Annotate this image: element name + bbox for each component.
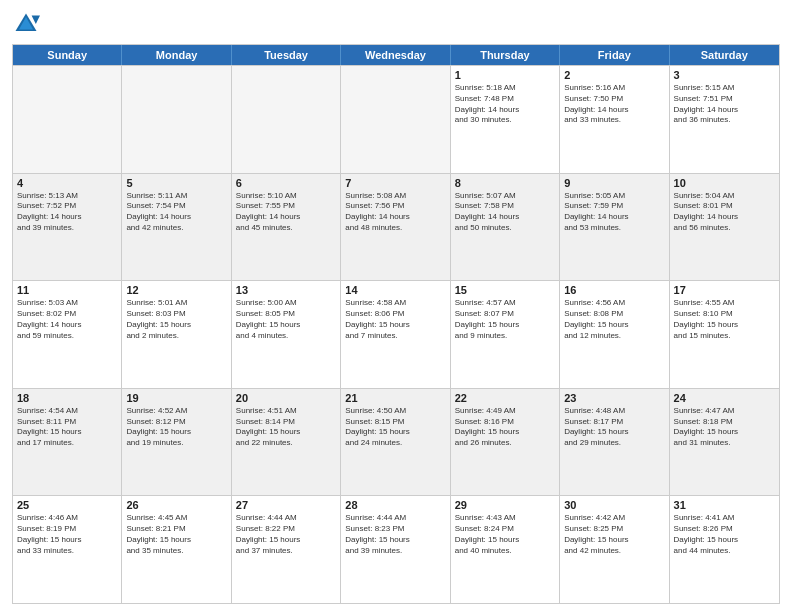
calendar-row-2: 4Sunrise: 5:13 AM Sunset: 7:52 PM Daylig… (13, 173, 779, 281)
day-number: 22 (455, 392, 555, 404)
cell-info: Sunrise: 4:46 AM Sunset: 8:19 PM Dayligh… (17, 513, 117, 556)
calendar-cell-9: 9Sunrise: 5:05 AM Sunset: 7:59 PM Daylig… (560, 174, 669, 281)
cell-info: Sunrise: 4:50 AM Sunset: 8:15 PM Dayligh… (345, 406, 445, 449)
calendar-cell-12: 12Sunrise: 5:01 AM Sunset: 8:03 PM Dayli… (122, 281, 231, 388)
day-number: 7 (345, 177, 445, 189)
calendar-cell-25: 25Sunrise: 4:46 AM Sunset: 8:19 PM Dayli… (13, 496, 122, 603)
calendar-cell-empty-r0c3 (341, 66, 450, 173)
calendar-cell-18: 18Sunrise: 4:54 AM Sunset: 8:11 PM Dayli… (13, 389, 122, 496)
calendar: SundayMondayTuesdayWednesdayThursdayFrid… (12, 44, 780, 604)
day-number: 23 (564, 392, 664, 404)
header (12, 10, 780, 38)
calendar-cell-empty-r0c0 (13, 66, 122, 173)
day-number: 29 (455, 499, 555, 511)
cell-info: Sunrise: 5:00 AM Sunset: 8:05 PM Dayligh… (236, 298, 336, 341)
calendar-cell-15: 15Sunrise: 4:57 AM Sunset: 8:07 PM Dayli… (451, 281, 560, 388)
day-number: 28 (345, 499, 445, 511)
day-number: 13 (236, 284, 336, 296)
calendar-row-3: 11Sunrise: 5:03 AM Sunset: 8:02 PM Dayli… (13, 280, 779, 388)
calendar-cell-3: 3Sunrise: 5:15 AM Sunset: 7:51 PM Daylig… (670, 66, 779, 173)
day-number: 27 (236, 499, 336, 511)
cell-info: Sunrise: 4:42 AM Sunset: 8:25 PM Dayligh… (564, 513, 664, 556)
cell-info: Sunrise: 4:45 AM Sunset: 8:21 PM Dayligh… (126, 513, 226, 556)
calendar-cell-4: 4Sunrise: 5:13 AM Sunset: 7:52 PM Daylig… (13, 174, 122, 281)
day-number: 9 (564, 177, 664, 189)
day-number: 25 (17, 499, 117, 511)
day-number: 6 (236, 177, 336, 189)
cell-info: Sunrise: 5:10 AM Sunset: 7:55 PM Dayligh… (236, 191, 336, 234)
calendar-cell-8: 8Sunrise: 5:07 AM Sunset: 7:58 PM Daylig… (451, 174, 560, 281)
cell-info: Sunrise: 5:08 AM Sunset: 7:56 PM Dayligh… (345, 191, 445, 234)
calendar-cell-29: 29Sunrise: 4:43 AM Sunset: 8:24 PM Dayli… (451, 496, 560, 603)
cell-info: Sunrise: 5:11 AM Sunset: 7:54 PM Dayligh… (126, 191, 226, 234)
calendar-row-1: 1Sunrise: 5:18 AM Sunset: 7:48 PM Daylig… (13, 65, 779, 173)
calendar-cell-16: 16Sunrise: 4:56 AM Sunset: 8:08 PM Dayli… (560, 281, 669, 388)
cell-info: Sunrise: 4:48 AM Sunset: 8:17 PM Dayligh… (564, 406, 664, 449)
cell-info: Sunrise: 5:03 AM Sunset: 8:02 PM Dayligh… (17, 298, 117, 341)
calendar-cell-13: 13Sunrise: 5:00 AM Sunset: 8:05 PM Dayli… (232, 281, 341, 388)
day-number: 17 (674, 284, 775, 296)
weekday-header-thursday: Thursday (451, 45, 560, 65)
cell-info: Sunrise: 4:56 AM Sunset: 8:08 PM Dayligh… (564, 298, 664, 341)
calendar-cell-22: 22Sunrise: 4:49 AM Sunset: 8:16 PM Dayli… (451, 389, 560, 496)
cell-info: Sunrise: 4:52 AM Sunset: 8:12 PM Dayligh… (126, 406, 226, 449)
cell-info: Sunrise: 5:16 AM Sunset: 7:50 PM Dayligh… (564, 83, 664, 126)
day-number: 4 (17, 177, 117, 189)
calendar-cell-27: 27Sunrise: 4:44 AM Sunset: 8:22 PM Dayli… (232, 496, 341, 603)
calendar-cell-21: 21Sunrise: 4:50 AM Sunset: 8:15 PM Dayli… (341, 389, 450, 496)
weekday-header-wednesday: Wednesday (341, 45, 450, 65)
calendar-cell-empty-r0c1 (122, 66, 231, 173)
svg-marker-2 (32, 16, 40, 24)
day-number: 14 (345, 284, 445, 296)
cell-info: Sunrise: 4:47 AM Sunset: 8:18 PM Dayligh… (674, 406, 775, 449)
day-number: 26 (126, 499, 226, 511)
day-number: 30 (564, 499, 664, 511)
cell-info: Sunrise: 4:57 AM Sunset: 8:07 PM Dayligh… (455, 298, 555, 341)
cell-info: Sunrise: 5:18 AM Sunset: 7:48 PM Dayligh… (455, 83, 555, 126)
cell-info: Sunrise: 5:07 AM Sunset: 7:58 PM Dayligh… (455, 191, 555, 234)
cell-info: Sunrise: 4:44 AM Sunset: 8:22 PM Dayligh… (236, 513, 336, 556)
calendar-cell-17: 17Sunrise: 4:55 AM Sunset: 8:10 PM Dayli… (670, 281, 779, 388)
calendar-cell-31: 31Sunrise: 4:41 AM Sunset: 8:26 PM Dayli… (670, 496, 779, 603)
calendar-cell-7: 7Sunrise: 5:08 AM Sunset: 7:56 PM Daylig… (341, 174, 450, 281)
calendar-cell-6: 6Sunrise: 5:10 AM Sunset: 7:55 PM Daylig… (232, 174, 341, 281)
day-number: 16 (564, 284, 664, 296)
calendar-cell-10: 10Sunrise: 5:04 AM Sunset: 8:01 PM Dayli… (670, 174, 779, 281)
day-number: 31 (674, 499, 775, 511)
day-number: 18 (17, 392, 117, 404)
cell-info: Sunrise: 4:58 AM Sunset: 8:06 PM Dayligh… (345, 298, 445, 341)
day-number: 2 (564, 69, 664, 81)
day-number: 12 (126, 284, 226, 296)
day-number: 5 (126, 177, 226, 189)
weekday-header-saturday: Saturday (670, 45, 779, 65)
calendar-cell-24: 24Sunrise: 4:47 AM Sunset: 8:18 PM Dayli… (670, 389, 779, 496)
cell-info: Sunrise: 5:15 AM Sunset: 7:51 PM Dayligh… (674, 83, 775, 126)
calendar-cell-30: 30Sunrise: 4:42 AM Sunset: 8:25 PM Dayli… (560, 496, 669, 603)
calendar-row-5: 25Sunrise: 4:46 AM Sunset: 8:19 PM Dayli… (13, 495, 779, 603)
calendar-cell-19: 19Sunrise: 4:52 AM Sunset: 8:12 PM Dayli… (122, 389, 231, 496)
cell-info: Sunrise: 5:04 AM Sunset: 8:01 PM Dayligh… (674, 191, 775, 234)
calendar-row-4: 18Sunrise: 4:54 AM Sunset: 8:11 PM Dayli… (13, 388, 779, 496)
calendar-cell-14: 14Sunrise: 4:58 AM Sunset: 8:06 PM Dayli… (341, 281, 450, 388)
weekday-header-sunday: Sunday (13, 45, 122, 65)
cell-info: Sunrise: 5:01 AM Sunset: 8:03 PM Dayligh… (126, 298, 226, 341)
calendar-cell-empty-r0c2 (232, 66, 341, 173)
day-number: 11 (17, 284, 117, 296)
calendar-cell-28: 28Sunrise: 4:44 AM Sunset: 8:23 PM Dayli… (341, 496, 450, 603)
calendar-cell-11: 11Sunrise: 5:03 AM Sunset: 8:02 PM Dayli… (13, 281, 122, 388)
calendar-cell-20: 20Sunrise: 4:51 AM Sunset: 8:14 PM Dayli… (232, 389, 341, 496)
day-number: 20 (236, 392, 336, 404)
cell-info: Sunrise: 4:43 AM Sunset: 8:24 PM Dayligh… (455, 513, 555, 556)
calendar-cell-2: 2Sunrise: 5:16 AM Sunset: 7:50 PM Daylig… (560, 66, 669, 173)
calendar-cell-5: 5Sunrise: 5:11 AM Sunset: 7:54 PM Daylig… (122, 174, 231, 281)
weekday-header-friday: Friday (560, 45, 669, 65)
day-number: 10 (674, 177, 775, 189)
page: SundayMondayTuesdayWednesdayThursdayFrid… (0, 0, 792, 612)
day-number: 3 (674, 69, 775, 81)
cell-info: Sunrise: 4:54 AM Sunset: 8:11 PM Dayligh… (17, 406, 117, 449)
day-number: 8 (455, 177, 555, 189)
day-number: 1 (455, 69, 555, 81)
weekday-header-monday: Monday (122, 45, 231, 65)
cell-info: Sunrise: 4:55 AM Sunset: 8:10 PM Dayligh… (674, 298, 775, 341)
cell-info: Sunrise: 5:05 AM Sunset: 7:59 PM Dayligh… (564, 191, 664, 234)
